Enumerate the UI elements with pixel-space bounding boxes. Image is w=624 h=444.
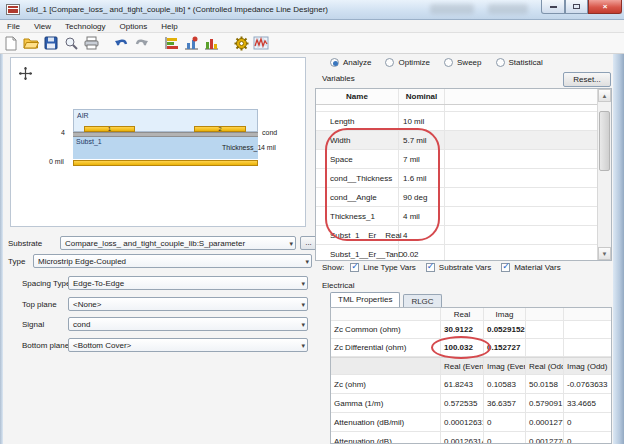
scroll-up-icon[interactable]: ▲ <box>598 89 611 102</box>
window-frame-left <box>0 54 3 444</box>
redacted-blur <box>488 4 528 14</box>
spacing-type-select[interactable]: Edge-To-Edge▾ <box>68 276 308 290</box>
spacing-type-label: Spacing Type <box>22 279 70 288</box>
variables-table[interactable]: Name Nominal Length 10 mil Width 5.7 mil… <box>315 88 612 261</box>
substrate-region-label: Subst_1 <box>76 138 102 145</box>
bottom-plane-select[interactable]: <Bottom Cover>▾ <box>68 338 308 352</box>
radio-sweep[interactable]: Sweep <box>444 58 481 67</box>
type-select[interactable]: Microstrip Edge-Coupled▾ <box>33 254 312 268</box>
radio-icon <box>496 58 505 67</box>
mode-radio-group: Analyze Optimize Sweep Statistical <box>330 58 557 67</box>
substrate-select[interactable]: Compare_loss_ and_tight_couple_lib:S_par… <box>60 236 296 250</box>
close-button[interactable]: × <box>588 0 622 14</box>
pan-crosshair-icon[interactable] <box>19 67 32 82</box>
settings-gear-icon[interactable] <box>232 35 250 52</box>
chevron-down-icon: ▾ <box>301 340 305 352</box>
table-row-length[interactable]: Length 10 mil <box>316 112 597 131</box>
cross-section-diagram[interactable]: AIR 1 2 Subst_1 4 0 mil cond Thickness_1… <box>10 57 306 227</box>
checkbox-checked-icon: ✓ <box>501 263 510 272</box>
save-icon[interactable] <box>42 35 60 52</box>
minimize-button[interactable] <box>541 0 565 14</box>
mode-header-row: Real (Even) Imag (Even) Real (Odd) Imag … <box>331 357 611 375</box>
open-folder-icon[interactable] <box>22 35 40 52</box>
air-label: AIR <box>77 112 89 119</box>
close-icon: × <box>603 2 608 11</box>
table-row-attenuation-dbmil[interactable]: Attenuation (dB/mil) 0.000126314 0 0.000… <box>331 413 611 432</box>
signal-label: Signal <box>22 320 44 329</box>
table-row-zc-differential[interactable]: Zc Differential (ohm) 100.032 0.152727 <box>331 339 611 357</box>
table-row-subst-er-tand[interactable]: Subst_1__Er__TanD 0.02 <box>316 245 597 261</box>
electrical-tabs: TML Properties RLGC <box>330 292 445 307</box>
top-plane-label: Top plane <box>22 300 57 309</box>
radio-optimize[interactable]: Optimize <box>385 58 430 67</box>
checkbox-substrate-vars[interactable]: ✓ Substrate Vars <box>426 263 491 272</box>
new-file-icon[interactable] <box>2 35 20 52</box>
left-height-label: 4 <box>61 129 65 136</box>
table-row-cond-angle[interactable]: cond__Angle 90 deg <box>316 188 597 207</box>
menu-options[interactable]: Options <box>113 22 155 31</box>
maximize-icon <box>573 4 580 9</box>
thickness-value: 4 mil <box>261 144 276 151</box>
maximize-button[interactable] <box>565 0 588 14</box>
checkbox-material-vars[interactable]: ✓ Material Vars <box>501 263 561 272</box>
variables-scrollbar[interactable]: ▲ ▼ <box>597 89 611 260</box>
tab-tml-properties[interactable]: TML Properties <box>330 292 400 307</box>
table-row-attenuation-db[interactable]: Attenuation (dB) 0.00126314 0 0.0012776 … <box>331 432 611 444</box>
thickness-label: Thickness_1 <box>222 144 261 151</box>
chevron-down-icon: ▾ <box>301 278 305 290</box>
table-row-zc-common[interactable]: Zc Common (ohm) 30.9122 0.0529152 <box>331 321 611 339</box>
chevron-down-icon: ▾ <box>305 256 309 268</box>
tml-properties-table[interactable]: Real Imag Zc Common (ohm) 30.9122 0.0529… <box>330 307 612 444</box>
table-row-zc[interactable]: Zc (ohm) 61.8243 0.10583 50.0158 -0.0763… <box>331 375 611 394</box>
table-row-thickness-1[interactable]: Thickness_1 4 mil <box>316 207 597 226</box>
radio-icon <box>444 58 453 67</box>
top-plane-select[interactable]: <None>▾ <box>68 297 308 311</box>
type-label: Type <box>8 257 25 266</box>
toolbar <box>0 33 624 54</box>
menu-bar: File View Technology Options Help <box>0 20 624 33</box>
substrate-label: Substrate <box>8 239 42 248</box>
show-label: Show: <box>322 263 344 272</box>
signal-select[interactable]: cond▾ <box>68 317 308 331</box>
radio-selected-icon <box>330 58 339 67</box>
title-bar: cild_1 [Compare_loss_ and_tight_couple_l… <box>0 0 624 20</box>
variables-label: Variables <box>322 74 355 83</box>
table-row-cond-thickness[interactable]: cond__Thickness 1.6 mil <box>316 169 597 188</box>
redacted-blur <box>430 4 474 14</box>
tab-rlgc[interactable]: RLGC <box>403 294 441 307</box>
electrical-label: Electrical <box>322 281 354 290</box>
zero-mil-label: 0 mil <box>49 158 64 165</box>
waveform-plot-icon[interactable] <box>252 35 270 52</box>
bottom-plane-label: Bottom plane <box>22 341 69 350</box>
undo-icon[interactable] <box>112 35 130 52</box>
chevron-down-icon: ▾ <box>301 299 305 311</box>
app-window: cild_1 [Compare_loss_ and_tight_couple_l… <box>0 0 624 444</box>
zoom-icon[interactable] <box>62 35 80 52</box>
hbar-chart-icon[interactable] <box>162 35 180 52</box>
checkbox-checked-icon: ✓ <box>426 263 435 272</box>
table-row-width[interactable]: Width 5.7 mil <box>316 131 597 150</box>
table-row-gamma[interactable]: Gamma (1/m) 0.572535 36.6357 0.579091 33… <box>331 394 611 413</box>
print-icon[interactable] <box>82 35 100 52</box>
scatter-chart-icon[interactable] <box>182 35 200 52</box>
column-chart-icon[interactable] <box>202 35 220 52</box>
chevron-down-icon: ▾ <box>301 319 305 331</box>
table-row-space[interactable]: Space 7 mil <box>316 150 597 169</box>
table-row-subst-er-real[interactable]: Subst_1__Er__Real 4 <box>316 226 597 245</box>
radio-analyze[interactable]: Analyze <box>330 58 371 67</box>
scrollbar-thumb[interactable] <box>599 111 610 171</box>
table-row-partial <box>316 105 597 112</box>
common-header-row: Real Imag <box>331 308 611 321</box>
menu-file[interactable]: File <box>0 22 27 31</box>
scroll-down-icon[interactable]: ▼ <box>598 247 611 260</box>
checkbox-line-type-vars[interactable]: ✓ Line Type Vars <box>350 263 416 272</box>
redo-icon[interactable] <box>132 35 150 52</box>
menu-view[interactable]: View <box>27 22 58 31</box>
minimize-icon <box>550 6 557 8</box>
window-frame-right <box>613 54 624 444</box>
reset-button[interactable]: Reset... <box>563 72 611 87</box>
app-icon <box>6 4 20 15</box>
menu-technology[interactable]: Technology <box>58 22 112 31</box>
menu-help[interactable]: Help <box>154 22 184 31</box>
radio-statistical[interactable]: Statistical <box>496 58 543 67</box>
